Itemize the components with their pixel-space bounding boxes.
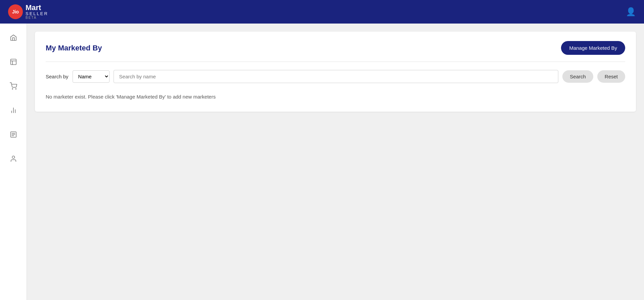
manage-marketed-by-button[interactable]: Manage Marketed By [561, 41, 625, 55]
user-icon[interactable]: 👤 [626, 7, 636, 16]
search-input[interactable] [114, 70, 559, 83]
svg-point-12 [12, 156, 14, 158]
sidebar-item-profile[interactable] [6, 151, 21, 166]
svg-point-4 [15, 88, 16, 89]
logo-seller: SELLER [26, 11, 48, 16]
header: Jio Mart SELLER BETA 👤 [0, 0, 644, 24]
search-row: Search by Name Search Reset [46, 70, 625, 83]
sidebar-item-home[interactable] [6, 30, 21, 45]
svg-rect-0 [10, 59, 16, 65]
logo-text: Mart SELLER BETA [26, 4, 48, 20]
sidebar [0, 24, 27, 300]
layout: My Marketed By Manage Marketed By Search… [0, 24, 644, 300]
card-header: My Marketed By Manage Marketed By [46, 41, 625, 62]
page-title: My Marketed By [46, 44, 102, 52]
sidebar-item-reports[interactable] [6, 103, 21, 118]
search-by-label: Search by [46, 74, 69, 79]
svg-point-3 [12, 88, 13, 89]
sidebar-item-orders[interactable] [6, 54, 21, 69]
sidebar-item-cart[interactable] [6, 79, 21, 93]
reset-button[interactable]: Reset [597, 70, 625, 83]
sidebar-item-documents[interactable] [6, 127, 21, 142]
logo-beta: BETA [26, 16, 48, 20]
search-button[interactable]: Search [562, 70, 593, 83]
marketed-by-card: My Marketed By Manage Marketed By Search… [35, 32, 636, 112]
logo-mart: Mart [26, 4, 48, 11]
jio-logo: Jio [8, 4, 23, 19]
search-by-dropdown[interactable]: Name [73, 70, 110, 83]
empty-message: No marketer exist. Please click 'Manage … [46, 91, 625, 102]
logo-area: Jio Mart SELLER BETA [8, 4, 48, 20]
main-content: My Marketed By Manage Marketed By Search… [27, 24, 644, 300]
